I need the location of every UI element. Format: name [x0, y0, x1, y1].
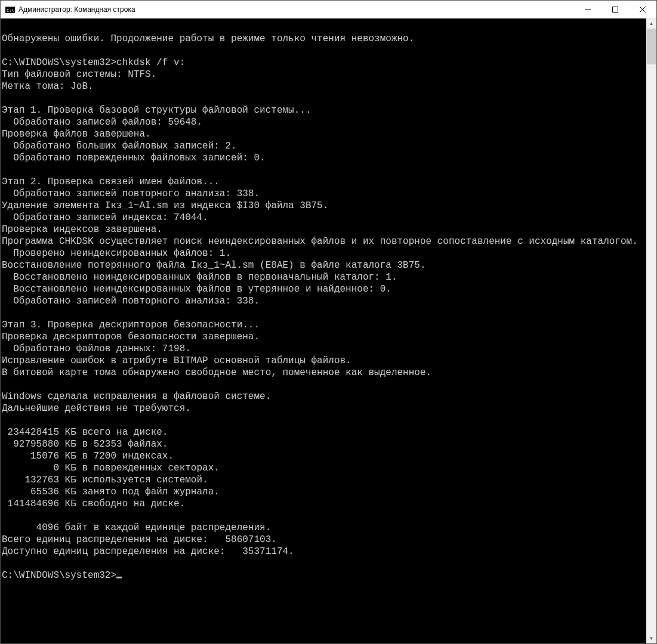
cmd-icon: C:\ [5, 5, 15, 14]
scrollbar-down-arrow[interactable]: ▼ [646, 633, 656, 643]
svg-rect-1 [5, 6, 15, 7]
terminal-output[interactable]: Обнаружены ошибки. Продолжение работы в … [1, 18, 646, 643]
window-titlebar[interactable]: C:\ Администратор: Командная строка [1, 1, 656, 18]
minimize-button[interactable] [574, 1, 602, 18]
vertical-scrollbar[interactable]: ▲ ▼ [646, 18, 656, 643]
maximize-button[interactable] [602, 1, 629, 18]
window-controls [574, 1, 656, 18]
content-area: Обнаружены ошибки. Продолжение работы в … [1, 18, 656, 643]
svg-text:C:\: C:\ [7, 8, 14, 13]
terminal-cursor [116, 577, 122, 578]
scrollbar-thumb[interactable] [647, 29, 656, 64]
close-button[interactable] [629, 1, 656, 18]
window-title: Администратор: Командная строка [18, 5, 574, 14]
svg-rect-4 [613, 7, 618, 12]
scrollbar-up-arrow[interactable]: ▲ [646, 18, 656, 29]
